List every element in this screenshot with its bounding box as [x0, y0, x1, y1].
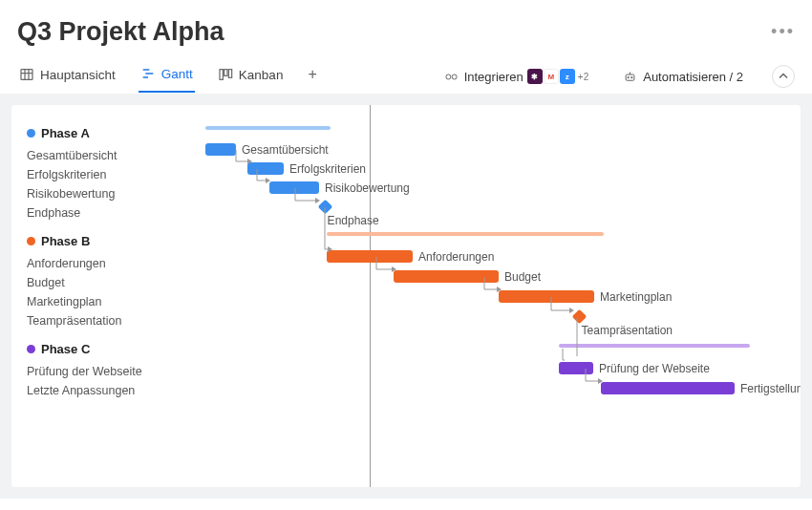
today-line	[370, 105, 371, 487]
list-item[interactable]: Teampräsentation	[27, 311, 171, 330]
phase-b-dot	[27, 237, 35, 245]
automate-label: Automatisieren / 2	[643, 70, 743, 84]
list-item[interactable]: Marketingplan	[27, 292, 171, 311]
tab-gantt[interactable]: Gantt	[139, 60, 195, 93]
list-item[interactable]: Endphase	[27, 203, 171, 223]
tab-kanban[interactable]: Kanban	[216, 61, 286, 92]
bar-label: Fertigstellung	[740, 382, 801, 395]
kanban-icon	[218, 67, 233, 82]
phase-c-name: Phase C	[41, 342, 90, 356]
bar-label: Endphase	[328, 214, 379, 227]
list-item[interactable]: Budget	[27, 273, 171, 292]
svg-point-13	[628, 76, 630, 78]
add-tab[interactable]: +	[306, 60, 318, 93]
svg-marker-18	[315, 198, 320, 203]
svg-rect-9	[228, 70, 231, 78]
gantt-icon	[140, 66, 156, 81]
integrate-label: Integrieren	[464, 70, 524, 84]
phase-a-group	[205, 126, 331, 130]
svg-marker-23	[598, 378, 603, 384]
svg-point-10	[446, 74, 451, 79]
tab-kanban-label: Kanban	[239, 68, 284, 82]
tab-main-label: Hauptansicht	[40, 68, 116, 82]
tab-gantt-label: Gantt	[161, 67, 193, 81]
bar-gesamtubersicht[interactable]: Gesamtübersicht	[205, 143, 236, 156]
svg-marker-17	[266, 178, 270, 183]
svg-rect-7	[220, 70, 223, 80]
phase-c: Phase C Prüfung der Webseite Letzte Anpa…	[27, 342, 171, 400]
svg-marker-16	[247, 159, 252, 164]
bar-label: Erfolgskriterien	[289, 162, 366, 176]
bar-fertigstellung[interactable]: Fertigstellung	[601, 382, 735, 394]
automate-icon	[623, 70, 637, 84]
gmail-icon: M	[544, 69, 559, 84]
gantt-sidebar: Phase A Gesamtübersicht Erfolgskriterien…	[11, 105, 179, 487]
phase-c-group	[559, 344, 750, 348]
list-item[interactable]: Erfolgskriterien	[27, 165, 171, 184]
phase-a-dot	[27, 129, 35, 138]
bar-label: Risikobewertung	[325, 181, 410, 195]
bar-marketingplan[interactable]: Marketingplan	[499, 290, 594, 303]
list-item[interactable]: Gesamtübersicht	[27, 146, 171, 165]
slack-icon: ✱	[527, 69, 543, 84]
phase-a: Phase A Gesamtübersicht Erfolgskriterien…	[27, 126, 171, 223]
table-icon	[19, 67, 34, 82]
svg-marker-19	[328, 246, 332, 252]
phase-b-group	[327, 232, 604, 236]
integration-apps: ✱ M z +2	[527, 69, 588, 84]
toolbar: Hauptansicht Gantt Kanban + Integrieren …	[0, 51, 812, 94]
gantt-chart[interactable]: Gesamtübersicht Erfolgskriterien Risikob…	[179, 105, 801, 487]
bar-label: Teampräsentation	[582, 324, 673, 337]
list-item[interactable]: Anforderungen	[27, 254, 171, 273]
more-apps: +2	[578, 72, 588, 82]
svg-rect-8	[224, 70, 227, 76]
chevron-up-icon	[779, 72, 788, 81]
gantt-canvas: Phase A Gesamtübersicht Erfolgskriterien…	[11, 105, 801, 487]
svg-marker-21	[497, 287, 502, 292]
bar-label: Prüfung der Webseite	[599, 362, 710, 375]
phase-c-dot	[27, 345, 35, 353]
expand-button[interactable]	[772, 65, 795, 88]
bar-anforderungen[interactable]: Anforderungen	[327, 250, 413, 263]
bar-label: Marketingplan	[600, 290, 672, 304]
automate-button[interactable]: Automatisieren / 2	[623, 70, 743, 84]
phase-b-name: Phase B	[41, 234, 90, 248]
integrate-button[interactable]: Integrieren ✱ M z +2	[444, 69, 589, 84]
bar-label: Gesamtübersicht	[242, 143, 329, 157]
tab-main[interactable]: Hauptansicht	[17, 61, 118, 92]
phase-b: Phase B Anforderungen Budget Marketingpl…	[27, 234, 171, 330]
svg-rect-12	[626, 74, 634, 80]
svg-rect-0	[21, 70, 32, 80]
list-item[interactable]: Risikobewertung	[27, 184, 171, 203]
bar-label: Budget	[504, 270, 541, 284]
svg-point-14	[631, 76, 633, 78]
list-item[interactable]: Prüfung der Webseite	[27, 362, 171, 381]
list-item[interactable]: Letzte Anpassungen	[27, 381, 171, 400]
page-title: Q3 Projekt Alpha	[17, 17, 224, 47]
svg-marker-22	[569, 308, 574, 313]
more-icon[interactable]: •••	[771, 22, 795, 42]
phase-a-name: Phase A	[41, 126, 90, 140]
zoom-icon: z	[560, 69, 575, 84]
svg-marker-20	[392, 266, 396, 272]
svg-point-11	[452, 74, 457, 79]
bar-label: Anforderungen	[418, 250, 494, 264]
integrate-icon	[444, 70, 459, 84]
